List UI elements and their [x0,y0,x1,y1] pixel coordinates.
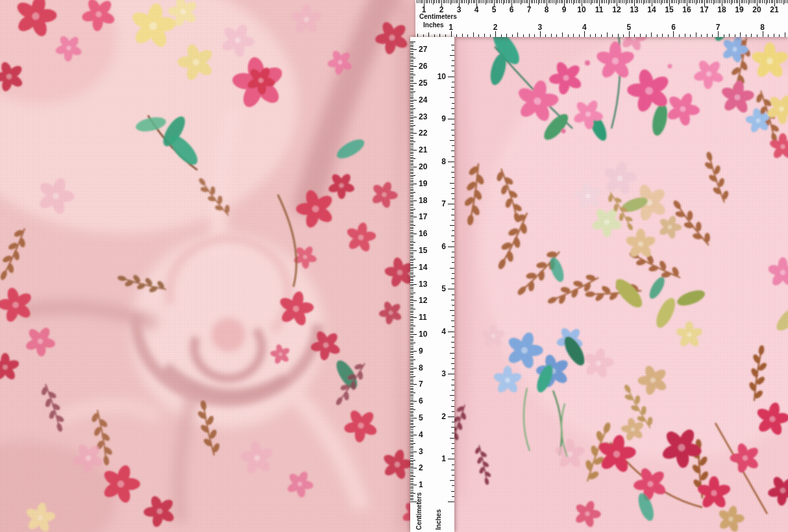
inch-tick-mark [545,34,546,37]
inch-tick-mark [740,32,741,37]
cm-tick-mark [526,0,526,3]
cm-tick-mark [772,0,773,3]
inch-tick-mark [450,480,455,481]
cm-tick-mark [489,0,489,3]
inch-tick-mark [452,295,454,295]
cm-tick-mark [410,68,413,69]
cm-tick-mark [410,267,417,268]
inch-tick-mark [451,236,455,236]
cm-tick-mark [410,184,417,184]
cm-tick-mark [450,0,451,5]
cm-tick-mark [410,446,413,447]
inch-tick-mark [729,34,730,38]
cm-tick-mark [771,0,772,3]
cm-tick-mark [515,0,515,3]
cm-tick-mark [410,175,415,176]
inch-tick-mark [451,385,455,385]
cm-tick-mark [410,433,413,433]
cm-tick-mark [410,91,415,92]
cm-tick-mark [410,269,413,269]
cm-tick-label: 6 [510,6,514,14]
cm-tick-label: 14 [419,263,427,271]
cm-tick-label: 12 [419,296,427,305]
inch-tick-mark [450,55,455,56]
cm-tick-label: 21 [770,6,778,14]
cm-tick-mark [764,0,765,3]
inch-tick-mark [452,82,454,82]
cm-tick-mark [410,160,413,161]
cm-tick-mark [767,0,768,3]
cm-tick-mark [456,0,456,3]
cm-tick-mark [410,49,417,50]
cm-tick-mark [410,438,413,439]
cm-tick-mark [410,296,413,296]
cm-tick-mark [410,120,413,121]
cm-tick-mark [713,0,714,5]
cm-tick-label: 25 [419,79,427,88]
inch-tick-mark [450,140,455,141]
inch-tick-mark [452,465,454,465]
inch-tick-mark [451,363,455,364]
cm-tick-mark [561,0,561,3]
cm-tick-mark [750,0,750,3]
inch-tick-label: 4 [582,23,587,32]
cm-tick-mark [410,178,413,179]
cm-tick-mark [410,403,413,404]
inch-tick-mark [452,177,454,178]
cm-tick-mark [755,0,756,3]
cm-tick-mark [762,0,763,3]
cm-tick-mark [471,0,472,3]
cm-tick-mark [410,219,413,219]
cm-tick-label: 4 [419,430,423,439]
cm-tick-mark [410,339,413,340]
cm-tick-mark [778,0,778,3]
inch-tick-mark [452,422,454,422]
cm-tick-mark [587,0,587,3]
cm-tick-mark [410,46,413,47]
inch-tick-label: 4 [441,327,446,335]
cm-tick-mark [410,113,413,114]
cm-tick-mark [501,0,502,3]
inch-tick-mark [534,34,535,37]
inch-tick-mark [448,374,454,374]
cm-tick-mark [410,398,413,398]
cm-tick-mark [410,45,413,45]
inch-tick-mark [685,34,685,38]
cm-tick-mark [410,322,413,323]
inch-tick-label: 1 [441,455,446,463]
cm-tick-mark [410,463,413,464]
inch-tick-mark [484,34,485,38]
cm-tick-mark [769,0,770,3]
cm-tick-mark [410,473,413,474]
inch-tick-mark [452,252,454,252]
cm-tick-mark [697,0,698,3]
cm-tick-mark [531,0,532,3]
cm-tick-label: 7 [419,380,423,389]
cm-tick-mark [410,133,417,134]
inch-tick-label: 8 [441,157,446,165]
cm-tick-mark [410,363,413,363]
inch-tick-mark [568,34,569,37]
cm-tick-mark [666,0,667,3]
cm-tick-mark [410,415,413,415]
cm-tick-mark [410,492,413,492]
cm-tick-mark [567,0,568,3]
cm-tick-mark [410,105,413,106]
cm-tick-label: 1 [422,6,426,14]
cm-tick-mark [410,361,413,361]
cm-tick-mark [410,204,413,204]
cm-tick-mark [550,0,550,3]
cm-tick-mark [410,172,413,173]
cm-tick-mark [410,271,413,271]
cm-tick-mark [443,0,444,3]
cm-tick-mark [447,0,447,3]
cm-tick-label: 2 [419,464,423,472]
cm-tick-mark [410,374,413,375]
cm-tick-mark [602,0,603,3]
cm-tick-mark [676,0,677,3]
cm-tick-mark [410,493,415,494]
cm-tick-mark [631,0,632,3]
cm-tick-mark [410,443,415,444]
cm-tick-mark [410,185,413,186]
cm-tick-mark [410,302,413,303]
